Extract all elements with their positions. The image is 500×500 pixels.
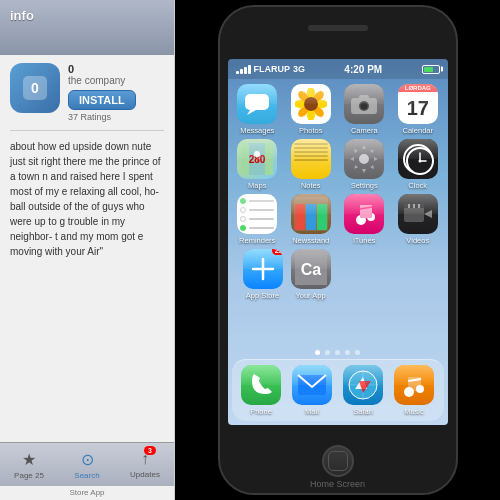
videos-icon-inner bbox=[398, 194, 438, 234]
safari-label: Safari bbox=[353, 407, 373, 416]
page-dots bbox=[228, 346, 448, 359]
reminders-icon-inner bbox=[237, 194, 277, 234]
app-newsstand[interactable]: Newsstand bbox=[289, 194, 333, 245]
settings-label: Settings bbox=[351, 181, 378, 190]
app-maps[interactable]: 280 Maps bbox=[235, 139, 279, 190]
app-photos[interactable]: Photos bbox=[289, 84, 333, 135]
app-messages[interactable]: Messages bbox=[235, 84, 279, 135]
dock-safari[interactable]: Safari bbox=[341, 365, 385, 416]
tab-featured[interactable]: ★ Page 25 bbox=[0, 446, 58, 484]
tab-search[interactable]: ⊙ Search bbox=[58, 446, 116, 484]
dot-5 bbox=[355, 350, 360, 355]
signal-bar-1 bbox=[236, 71, 239, 74]
calendar-label: Calendar bbox=[403, 126, 433, 135]
network-type: 3G bbox=[293, 64, 305, 74]
app-row-1: Messages bbox=[233, 84, 443, 135]
svg-point-24 bbox=[418, 160, 421, 163]
newsstand-label: Newsstand bbox=[292, 236, 329, 245]
svg-text:Ca: Ca bbox=[300, 261, 321, 278]
install-button[interactable]: INSTALL bbox=[68, 90, 136, 110]
app-settings[interactable]: Settings bbox=[342, 139, 386, 190]
screen-label: Home Screen bbox=[220, 479, 456, 493]
itunes-icon bbox=[344, 194, 384, 234]
clock-face bbox=[403, 144, 433, 174]
reminders-label: Reminders bbox=[239, 236, 275, 245]
tab-updates[interactable]: 3 ↑ Updates bbox=[116, 446, 174, 483]
itunes-label: iTunes bbox=[353, 236, 375, 245]
newsstand-book-2 bbox=[306, 204, 316, 230]
speaker bbox=[308, 25, 368, 31]
app-appstore[interactable]: 23 App Store bbox=[241, 249, 285, 300]
dock: Phone Mail bbox=[232, 359, 444, 421]
app-details: 0 the company INSTALL 37 Ratings bbox=[68, 63, 164, 122]
svg-rect-30 bbox=[404, 206, 424, 222]
tab-label-search: Search bbox=[74, 471, 99, 480]
reminders-icon bbox=[237, 194, 277, 234]
videos-icon bbox=[398, 194, 438, 234]
app-name: 0 bbox=[68, 63, 164, 75]
calendar-day: lørdag bbox=[398, 84, 438, 92]
app-videos[interactable]: Videos bbox=[396, 194, 440, 245]
appstore-icon-inner bbox=[243, 249, 283, 289]
reminder-check-3 bbox=[240, 216, 246, 222]
videos-label: Videos bbox=[406, 236, 429, 245]
photos-label: Photos bbox=[299, 126, 322, 135]
app-icon: 0 bbox=[10, 63, 60, 113]
svg-text:0: 0 bbox=[31, 80, 39, 96]
reminder-check-1 bbox=[240, 198, 246, 204]
home-button-inner bbox=[328, 451, 348, 471]
svg-marker-35 bbox=[424, 210, 432, 218]
home-button[interactable] bbox=[322, 445, 354, 477]
settings-icon bbox=[344, 139, 384, 179]
phone-label: Phone bbox=[250, 407, 272, 416]
phone-body: FLARUP 3G 4:20 PM bbox=[218, 5, 458, 495]
newsstand-book-1 bbox=[295, 204, 305, 230]
app-yourapp[interactable]: Ca Your App bbox=[289, 249, 333, 300]
reminder-check-4 bbox=[240, 225, 246, 231]
app-clock[interactable]: Clock bbox=[396, 139, 440, 190]
music-icon bbox=[394, 365, 434, 405]
svg-point-12 bbox=[304, 97, 318, 111]
music-label: Music bbox=[404, 407, 424, 416]
reminder-line-1 bbox=[249, 200, 274, 202]
svg-rect-40 bbox=[298, 375, 326, 395]
reminder-check-2 bbox=[240, 207, 246, 213]
app-notes[interactable]: Notes bbox=[289, 139, 333, 190]
dock-music[interactable]: Music bbox=[392, 365, 436, 416]
settings-icon-inner bbox=[344, 139, 384, 179]
itunes-icon-inner bbox=[344, 194, 384, 234]
app-description: about how ed upside down nute just sit r… bbox=[0, 131, 174, 442]
ratings: 37 Ratings bbox=[68, 112, 164, 122]
reminder-2 bbox=[240, 207, 274, 213]
status-bar: FLARUP 3G 4:20 PM bbox=[228, 59, 448, 79]
app-row-3: Reminders Newsstan bbox=[233, 194, 443, 245]
app-itunes[interactable]: iTunes bbox=[342, 194, 386, 245]
yourapp-icon: Ca bbox=[291, 249, 331, 289]
clock-icon bbox=[398, 139, 438, 179]
notes-icon-inner bbox=[291, 139, 331, 179]
mail-label: Mail bbox=[305, 407, 319, 416]
svg-rect-49 bbox=[408, 377, 421, 391]
messages-icon-inner bbox=[237, 84, 277, 124]
notes-label: Notes bbox=[301, 181, 321, 190]
svg-rect-2 bbox=[245, 94, 269, 110]
notes-line-1 bbox=[294, 143, 328, 145]
dot-1 bbox=[315, 350, 320, 355]
svg-line-29 bbox=[360, 207, 372, 209]
app-calendar[interactable]: lørdag 17 Calendar bbox=[396, 84, 440, 135]
svg-point-4 bbox=[307, 88, 315, 99]
clock-label: Clock bbox=[408, 181, 427, 190]
clock-icon-inner bbox=[398, 139, 438, 179]
signal-bar-2 bbox=[240, 69, 243, 74]
app-reminders[interactable]: Reminders bbox=[235, 194, 279, 245]
tab-label-updates: Updates bbox=[130, 470, 160, 479]
svg-point-15 bbox=[361, 103, 368, 110]
reminder-4 bbox=[240, 225, 274, 231]
signal-bars bbox=[236, 65, 251, 74]
dot-4 bbox=[345, 350, 350, 355]
app-camera[interactable]: Camera bbox=[342, 84, 386, 135]
dock-mail[interactable]: Mail bbox=[290, 365, 334, 416]
svg-rect-31 bbox=[404, 204, 424, 208]
camera-label: Camera bbox=[351, 126, 378, 135]
dock-phone[interactable]: Phone bbox=[239, 365, 283, 416]
